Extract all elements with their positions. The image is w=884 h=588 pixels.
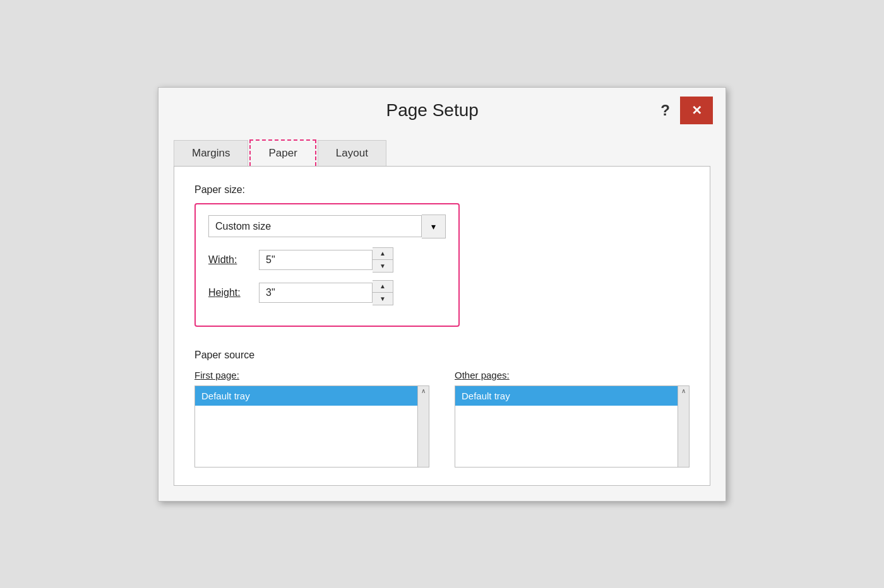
width-spin-group: ▲ ▼ bbox=[373, 247, 393, 273]
height-row: Height: ▲ ▼ bbox=[208, 280, 446, 305]
height-input[interactable] bbox=[259, 283, 373, 303]
first-page-item-default[interactable]: Default tray bbox=[195, 386, 429, 406]
title-bar-controls: ? ✕ bbox=[655, 97, 713, 124]
width-spin-up[interactable]: ▲ bbox=[373, 248, 393, 260]
tab-margins-label: Margins bbox=[192, 147, 230, 159]
paper-size-label: Paper size: bbox=[194, 184, 690, 196]
first-page-label-underline: F bbox=[194, 370, 200, 380]
width-spin-up-icon: ▲ bbox=[379, 250, 386, 257]
height-label-underline: H bbox=[208, 287, 216, 298]
tabs-container: Margins Paper Layout bbox=[174, 139, 710, 167]
help-button[interactable]: ? bbox=[655, 100, 675, 121]
title-bar: Page Setup ? ✕ bbox=[158, 88, 726, 133]
first-page-label: First page: bbox=[194, 370, 429, 380]
tab-paper[interactable]: Paper bbox=[249, 139, 316, 166]
paper-size-box: Custom size Letter Legal A4 A5 ▾ Width: bbox=[194, 203, 460, 327]
first-page-col: First page: Default tray ∧ bbox=[194, 370, 429, 467]
dialog-body: Margins Paper Layout Paper size: Custom … bbox=[158, 133, 726, 501]
dropdown-arrow-icon: ▾ bbox=[431, 221, 436, 232]
other-pages-item-default[interactable]: Default tray bbox=[455, 386, 689, 406]
page-setup-dialog: Page Setup ? ✕ Margins Paper Layout Pape… bbox=[158, 87, 726, 502]
width-row: Width: ▲ ▼ bbox=[208, 247, 446, 273]
tab-margins[interactable]: Margins bbox=[174, 140, 248, 166]
paper-size-dropdown-row: Custom size Letter Legal A4 A5 ▾ bbox=[208, 215, 446, 238]
height-label: Height: bbox=[208, 287, 259, 298]
dropdown-arrow-button[interactable]: ▾ bbox=[422, 215, 446, 238]
other-pages-scrollbar[interactable]: ∧ bbox=[678, 386, 689, 467]
width-label-underline: W bbox=[208, 254, 218, 265]
height-spin-group: ▲ ▼ bbox=[373, 280, 393, 305]
first-page-listbox[interactable]: Default tray ∧ bbox=[194, 385, 429, 467]
first-page-scroll-up-icon[interactable]: ∧ bbox=[421, 387, 426, 394]
width-input[interactable] bbox=[259, 250, 373, 270]
tab-content-paper: Paper size: Custom size Letter Legal A4 … bbox=[174, 167, 710, 486]
height-spin-up[interactable]: ▲ bbox=[373, 281, 393, 293]
paper-size-select[interactable]: Custom size Letter Legal A4 A5 bbox=[208, 215, 422, 237]
paper-source-title: Paper source bbox=[194, 350, 690, 361]
close-button[interactable]: ✕ bbox=[680, 97, 713, 124]
dialog-title: Page Setup bbox=[209, 100, 655, 121]
first-page-scrollbar[interactable]: ∧ bbox=[417, 386, 429, 467]
height-input-wrap: ▲ ▼ bbox=[259, 280, 393, 305]
width-spin-down[interactable]: ▼ bbox=[373, 260, 393, 272]
other-pages-scroll-up-icon[interactable]: ∧ bbox=[681, 387, 686, 394]
height-spin-down[interactable]: ▼ bbox=[373, 293, 393, 305]
tab-paper-label: Paper bbox=[268, 147, 297, 159]
width-label: Width: bbox=[208, 254, 259, 266]
tab-layout-label: Layout bbox=[336, 147, 368, 159]
other-pages-label: Other pages: bbox=[455, 370, 690, 380]
width-input-wrap: ▲ ▼ bbox=[259, 247, 393, 273]
source-columns: First page: Default tray ∧ Other pages: bbox=[194, 370, 690, 467]
other-pages-listbox[interactable]: Default tray ∧ bbox=[455, 385, 690, 467]
width-spin-down-icon: ▼ bbox=[379, 262, 386, 269]
other-pages-label-underline: O bbox=[455, 370, 462, 380]
height-spin-down-icon: ▼ bbox=[379, 295, 386, 302]
height-spin-up-icon: ▲ bbox=[379, 283, 386, 290]
paper-source-section: Paper source First page: Default tray ∧ bbox=[194, 350, 690, 467]
tab-layout[interactable]: Layout bbox=[318, 140, 386, 166]
other-pages-col: Other pages: Default tray ∧ bbox=[455, 370, 690, 467]
